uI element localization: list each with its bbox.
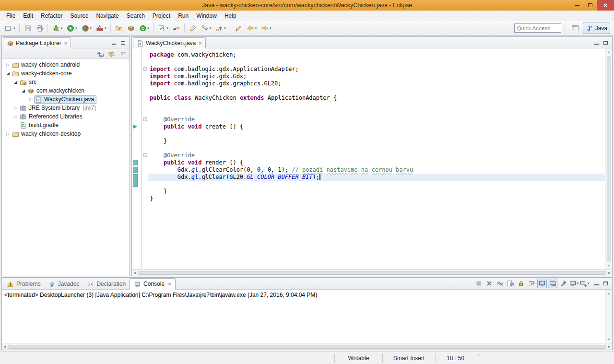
menu-run[interactable]: Run (174, 11, 192, 21)
dropdown-caret-icon[interactable]: ▾ (224, 26, 226, 30)
tree-item-com-wackychicken[interactable]: ◢com.wackychicken (2, 86, 130, 95)
scroll-right-icon[interactable]: ▶ (608, 343, 611, 351)
tree-item-src[interactable]: ◢src (2, 78, 130, 86)
dropdown-caret-icon[interactable]: ▾ (577, 282, 579, 285)
twisty-collapsed-icon[interactable]: ▷ (28, 97, 34, 102)
minimize-editor-button[interactable] (594, 39, 599, 46)
close-view-icon[interactable]: × (64, 40, 67, 46)
dropdown-caret-icon[interactable]: ▾ (588, 282, 590, 285)
code-line-9[interactable] (148, 109, 605, 116)
menu-edit[interactable]: Edit (19, 11, 37, 21)
remove-all-terminated-button[interactable] (495, 279, 505, 288)
package-explorer-tab[interactable]: Package Explorer × (3, 37, 71, 48)
code-line-18[interactable]: Gdx.gl.glClear(GL20.GL_COLOR_BUFFER_BIT)… (148, 174, 605, 181)
dropdown-caret-icon[interactable]: ▾ (105, 26, 106, 30)
view-menu-button[interactable] (118, 49, 128, 58)
show-console-stdout-button[interactable] (537, 279, 547, 288)
code-line-15[interactable]: @Override (148, 152, 605, 159)
open-search-button[interactable] (171, 23, 182, 34)
scroll-up-icon[interactable]: ▲ (607, 290, 611, 297)
previous-annotation-button[interactable]: ▾ (213, 23, 228, 34)
scroll-left-icon[interactable]: ◀ (3, 343, 6, 351)
code-line-3[interactable]: import com.badlogic.gdx.ApplicationAdapt… (148, 66, 605, 73)
maximize-console-button[interactable] (603, 280, 608, 287)
console-vertical-scrollbar[interactable]: ▲ ▼ (605, 290, 612, 343)
annotation-gutter[interactable] (132, 48, 142, 269)
code-line-17[interactable]: Gdx.gl.glClearColor(0, 0, 0, 1); // poza… (148, 166, 605, 174)
menu-navigate[interactable]: Navigate (92, 11, 122, 21)
debug-button[interactable]: ▾ (50, 23, 65, 34)
dropdown-caret-icon[interactable]: ▾ (13, 26, 15, 30)
clear-console-button[interactable] (506, 279, 515, 288)
window-minimize-button[interactable] (571, 0, 584, 11)
code-line-7[interactable]: public class WackyChicken extends Applic… (148, 94, 605, 102)
fold-rail[interactable]: −−− (142, 48, 148, 269)
coverage-button[interactable]: ▾ (80, 23, 94, 34)
scroll-down-icon[interactable]: ▼ (607, 262, 611, 269)
dropdown-caret-icon[interactable]: ▾ (270, 26, 272, 30)
code-line-19[interactable] (148, 181, 605, 188)
tab-console[interactable]: Console× (130, 278, 175, 290)
forward-button[interactable]: ▾ (259, 23, 273, 34)
editor-tab[interactable]: J WackyChicken.java × (133, 37, 206, 48)
code-line-12[interactable] (148, 130, 605, 138)
show-console-stderr-button[interactable] (548, 279, 557, 288)
dropdown-caret-icon[interactable]: ▾ (148, 26, 150, 30)
terminate-button[interactable] (474, 279, 484, 288)
scrollbar-thumb[interactable] (8, 345, 606, 349)
open-perspective-button[interactable] (568, 23, 582, 34)
menu-window[interactable]: Window (192, 11, 221, 21)
new-wizard-button[interactable]: ▾ (3, 23, 17, 34)
close-tab-icon[interactable]: × (199, 40, 201, 46)
scroll-right-icon[interactable]: ▶ (608, 269, 611, 277)
toggle-mark-occurrences-button[interactable] (187, 23, 199, 34)
scroll-down-icon[interactable]: ▼ (607, 336, 611, 343)
tree-item-wacky-chicken-android[interactable]: ▷wacky-chicken-android (2, 60, 130, 69)
open-task-button[interactable]: ▾ (156, 23, 170, 34)
code-line-2[interactable] (148, 59, 605, 66)
tab-declaration[interactable]: Declaration (83, 278, 130, 290)
dropdown-caret-icon[interactable]: ▾ (90, 26, 92, 30)
next-annotation-button[interactable]: ▾ (199, 23, 213, 34)
code-line-16[interactable]: public void render () { (148, 159, 605, 166)
code-line-11[interactable]: public void create () { (148, 123, 605, 130)
code-line-4[interactable]: import com.badlogic.gdx.Gdx; (148, 73, 605, 80)
external-tools-button[interactable]: ▾ (94, 23, 108, 34)
new-java-package-button[interactable] (125, 23, 137, 34)
twisty-collapsed-icon[interactable]: ▷ (5, 62, 11, 67)
twisty-collapsed-icon[interactable]: ▷ (12, 106, 19, 110)
menu-source[interactable]: Source (66, 11, 92, 21)
menu-search[interactable]: Search (123, 11, 149, 21)
code-line-1[interactable]: package com.wackychicken; (148, 51, 605, 59)
code-line-13[interactable]: } (148, 138, 605, 145)
remove-launch-button[interactable] (484, 279, 494, 288)
word-wrap-button[interactable] (527, 279, 536, 288)
menu-file[interactable]: File (2, 11, 19, 21)
fold-collapse-icon[interactable]: − (143, 117, 147, 121)
fold-collapse-icon[interactable]: − (143, 153, 147, 157)
scroll-left-icon[interactable]: ◀ (133, 269, 136, 277)
twisty-collapsed-icon[interactable]: ▷ (12, 114, 19, 119)
scroll-lock-button[interactable] (516, 279, 526, 288)
dropdown-caret-icon[interactable]: ▾ (166, 26, 168, 30)
link-with-editor-button[interactable] (107, 49, 116, 58)
tree-item-referenced-libraries[interactable]: ▷Referenced Libraries (2, 112, 130, 121)
dropdown-caret-icon[interactable]: ▾ (255, 26, 257, 30)
twisty-expanded-icon[interactable]: ◢ (20, 88, 26, 93)
back-button[interactable]: ▾ (245, 23, 259, 34)
tab-problems[interactable]: Problems (3, 278, 45, 290)
display-selected-console-button[interactable]: ▾ (569, 279, 579, 288)
minimize-console-button[interactable] (594, 280, 599, 287)
window-maximize-button[interactable] (584, 0, 597, 11)
collapse-all-button[interactable] (95, 49, 105, 58)
twisty-expanded-icon[interactable]: ◢ (5, 71, 11, 76)
tab-javadoc[interactable]: @Javadoc (45, 278, 83, 290)
open-console-button[interactable]: ▾ (579, 279, 589, 288)
maximize-view-button[interactable] (121, 39, 125, 46)
tree-item-build-gradle[interactable]: Gbuild.gradle (2, 121, 130, 129)
scroll-up-icon[interactable]: ▲ (607, 48, 611, 56)
window-close-button[interactable]: × (597, 0, 614, 11)
dropdown-caret-icon[interactable]: ▾ (75, 26, 77, 30)
java-perspective-button[interactable]: JJava (583, 23, 610, 34)
new-java-project-button[interactable]: J (113, 23, 125, 34)
